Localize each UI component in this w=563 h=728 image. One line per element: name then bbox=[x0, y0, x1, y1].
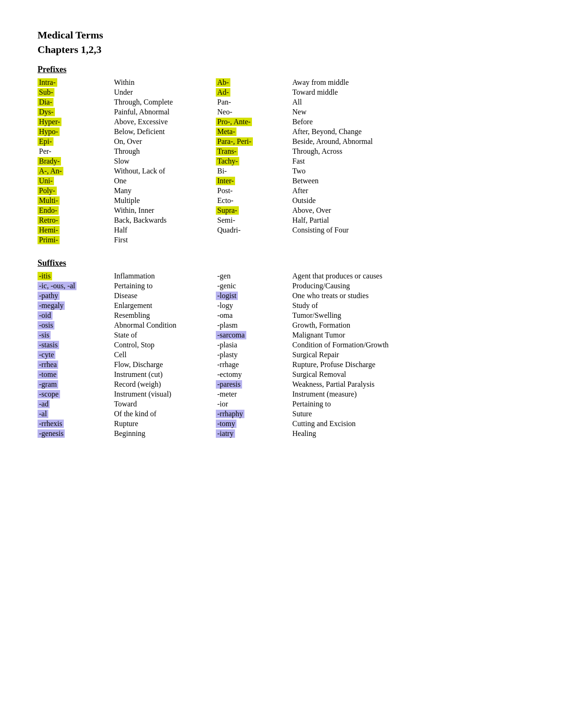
definition: Rupture, Profuse Discharge bbox=[291, 360, 525, 369]
title-line1: Medical Terms bbox=[38, 28, 525, 43]
term: -plasty bbox=[216, 351, 291, 359]
term: Post- bbox=[216, 187, 291, 195]
definition: Instrument (measure) bbox=[291, 390, 525, 398]
definition: Through bbox=[113, 147, 216, 156]
suffixes-section: Suffixes -itisInflammation-genAgent that… bbox=[38, 258, 525, 438]
term: -rrhea bbox=[38, 360, 113, 369]
term: Ab- bbox=[216, 78, 291, 87]
definition: Pertaining to bbox=[113, 282, 216, 290]
definition: Before bbox=[291, 118, 525, 126]
definition: Agent that produces or causes bbox=[291, 272, 525, 280]
term: Multi- bbox=[38, 196, 113, 205]
definition: Study of bbox=[291, 301, 525, 310]
definition: Weakness, Partial Paralysis bbox=[291, 380, 525, 389]
definition: One who treats or studies bbox=[291, 292, 525, 300]
term: A-, An- bbox=[38, 167, 113, 175]
definition: On, Over bbox=[113, 137, 216, 146]
term: Intra- bbox=[38, 78, 113, 87]
suffixes-heading: Suffixes bbox=[38, 258, 525, 268]
term: -itis bbox=[38, 272, 113, 280]
term: Endo- bbox=[38, 206, 113, 215]
term: Pro-, Ante- bbox=[216, 118, 291, 126]
term: Supra- bbox=[216, 206, 291, 215]
definition: After, Beyond, Change bbox=[291, 128, 525, 136]
term: -genesis bbox=[38, 429, 113, 438]
definition: Pertaining to bbox=[291, 400, 525, 408]
definition: Instrument (visual) bbox=[113, 390, 216, 398]
term: -rrhaphy bbox=[216, 410, 291, 418]
term: -gen bbox=[216, 272, 291, 280]
definition: Abnormal Condition bbox=[113, 321, 216, 330]
term: Bi- bbox=[216, 167, 291, 175]
definition: Through, Across bbox=[291, 147, 525, 156]
definition: Above, Over bbox=[291, 206, 525, 215]
definition: Flow, Discharge bbox=[113, 360, 216, 369]
definition: Toward bbox=[113, 400, 216, 408]
definition: Condition of Formation/Growth bbox=[291, 341, 525, 349]
term: -ad bbox=[38, 400, 113, 408]
definition: Healing bbox=[291, 429, 525, 438]
definition: Above, Excessive bbox=[113, 118, 216, 126]
term: -genic bbox=[216, 282, 291, 290]
term: -tome bbox=[38, 370, 113, 379]
term: Tachy- bbox=[216, 157, 291, 165]
page-title: Medical Terms Chapters 1,2,3 bbox=[38, 28, 525, 57]
term: -rrhexis bbox=[38, 420, 113, 428]
prefixes-grid: Intra-WithinAb-Away from middleSub-Under… bbox=[38, 78, 525, 244]
definition: Of the kind of bbox=[113, 410, 216, 418]
term: Trans- bbox=[216, 147, 291, 156]
definition: Toward middle bbox=[291, 88, 525, 97]
definition: Outside bbox=[291, 196, 525, 205]
prefixes-section: Prefixes Intra-WithinAb-Away from middle… bbox=[38, 65, 525, 244]
term: Retro- bbox=[38, 216, 113, 225]
definition: Below, Deficient bbox=[113, 128, 216, 136]
term: -megaly bbox=[38, 301, 113, 310]
term: Sub- bbox=[38, 88, 113, 97]
term: Dys- bbox=[38, 108, 113, 116]
definition: Rupture bbox=[113, 420, 216, 428]
term: -osis bbox=[38, 321, 113, 330]
definition: Back, Backwards bbox=[113, 216, 216, 225]
definition: Through, Complete bbox=[113, 98, 216, 106]
term: -sis bbox=[38, 331, 113, 339]
definition: Beginning bbox=[113, 429, 216, 438]
term: -rrhage bbox=[216, 360, 291, 369]
definition: Suture bbox=[291, 410, 525, 418]
suffixes-grid: -itisInflammation-genAgent that produces… bbox=[38, 272, 525, 438]
term: -oma bbox=[216, 311, 291, 320]
term: -pathy bbox=[38, 292, 113, 300]
definition: Growth, Formation bbox=[291, 321, 525, 330]
term: -iatry bbox=[216, 429, 291, 438]
definition: Within bbox=[113, 78, 216, 87]
definition: Within, Inner bbox=[113, 206, 216, 215]
definition: Control, Stop bbox=[113, 341, 216, 349]
term: Ad- bbox=[216, 88, 291, 97]
definition: Half bbox=[113, 226, 216, 234]
definition: Many bbox=[113, 187, 216, 195]
definition: Without, Lack of bbox=[113, 167, 216, 175]
term: Hyper- bbox=[38, 118, 113, 126]
term: -plasm bbox=[216, 321, 291, 330]
definition: Multiple bbox=[113, 196, 216, 205]
term: Uni- bbox=[38, 177, 113, 185]
definition: Surgical Removal bbox=[291, 370, 525, 379]
term: -oid bbox=[38, 311, 113, 320]
definition: Resembling bbox=[113, 311, 216, 320]
term bbox=[216, 236, 291, 244]
definition: Under bbox=[113, 88, 216, 97]
definition: First bbox=[113, 236, 216, 244]
term: -logy bbox=[216, 301, 291, 310]
title-line2: Chapters 1,2,3 bbox=[38, 43, 525, 57]
prefixes-heading: Prefixes bbox=[38, 65, 525, 75]
definition bbox=[291, 236, 525, 244]
term: Ecto- bbox=[216, 196, 291, 205]
definition: One bbox=[113, 177, 216, 185]
term: -meter bbox=[216, 390, 291, 398]
term: Quadri- bbox=[216, 226, 291, 234]
definition: Surgical Repair bbox=[291, 351, 525, 359]
term: -al bbox=[38, 410, 113, 418]
definition: Away from middle bbox=[291, 78, 525, 87]
term: -scope bbox=[38, 390, 113, 398]
term: Para-, Peri- bbox=[216, 137, 291, 146]
definition: Producing/Causing bbox=[291, 282, 525, 290]
